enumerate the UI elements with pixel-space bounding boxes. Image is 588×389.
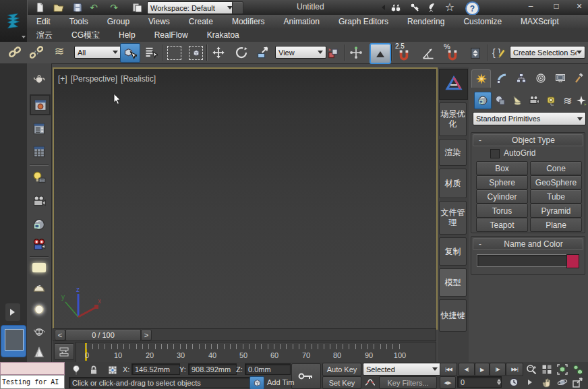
tab-file-manage[interactable]: 文件管理 — [439, 201, 467, 235]
new-scene-button[interactable] — [32, 1, 47, 13]
y-coordinate-field[interactable]: 908.392mm — [188, 363, 237, 375]
orbit-viewport-icon[interactable] — [556, 376, 569, 388]
category-helpers-button[interactable] — [543, 93, 558, 108]
menu-cgmobao[interactable]: CG模宝 — [62, 30, 109, 41]
category-cameras-button[interactable] — [527, 93, 541, 108]
tab-scene-optimize[interactable]: 场景优化 — [439, 102, 467, 136]
bind-to-space-warp-button[interactable]: ≋ — [51, 43, 67, 59]
tab-motion[interactable] — [531, 69, 550, 87]
selected-set-dropdown[interactable]: Selected — [363, 363, 441, 376]
maxscript-listener-script-line[interactable]: Testing for AI — [0, 375, 65, 389]
unlink-selection-button[interactable] — [28, 44, 45, 61]
object-category-dropdown[interactable]: Standard Primitives — [473, 112, 586, 125]
key-filters-button[interactable]: Key Filters... — [379, 376, 437, 389]
tab-create[interactable] — [471, 69, 491, 88]
tab-copy[interactable]: 复制 — [439, 237, 467, 266]
category-space-warps-button[interactable]: ≋ — [560, 93, 575, 108]
tab-hierarchy[interactable] — [512, 69, 530, 87]
select-and-rotate-button[interactable] — [233, 44, 249, 61]
zoom-all-icon[interactable] — [540, 363, 554, 376]
batch-render-button[interactable] — [32, 144, 47, 159]
spinner-snap-toggle-button[interactable] — [467, 44, 484, 62]
minimize-button[interactable]: – — [521, 0, 541, 12]
absolute-mode-transform-icon[interactable] — [107, 364, 119, 376]
button-cone[interactable]: Cone — [530, 161, 582, 175]
key-mode-toggle-button[interactable]: ◀▶ — [440, 376, 456, 389]
light-lister-button[interactable] — [32, 170, 47, 185]
category-geometry-button[interactable] — [474, 92, 492, 109]
sign-in-key-icon[interactable] — [407, 1, 422, 13]
perspective-viewport[interactable]: [+] [Perspective] [Realistic] z y x — [53, 67, 438, 330]
window-crossing-toggle-button[interactable] — [189, 46, 203, 60]
button-geosphere[interactable]: GeoSphere — [530, 175, 582, 189]
layout-flyout-arrow-button[interactable] — [5, 303, 20, 321]
communication-center-icon[interactable] — [425, 1, 440, 13]
select-and-move-button[interactable] — [210, 44, 227, 61]
menu-tools[interactable]: Tools — [60, 17, 98, 26]
tab-shortcuts[interactable]: 快捷键 — [439, 299, 467, 332]
environment-sphere-button[interactable] — [32, 217, 47, 232]
workspace-dropdown[interactable]: Workspace: Default — [147, 1, 236, 14]
set-key-button[interactable]: Set Key — [322, 376, 361, 389]
toolbar-options-button[interactable] — [232, 1, 243, 14]
menu-help[interactable]: Help — [109, 30, 145, 40]
edit-named-selection-sets-button[interactable] — [491, 44, 507, 61]
play-animation-button[interactable]: ▶ — [475, 363, 490, 376]
button-torus[interactable]: Torus — [476, 204, 528, 218]
tab-utilities[interactable] — [570, 69, 588, 87]
infocenter-collapse-icon[interactable] — [379, 4, 384, 11]
category-lights-button[interactable] — [510, 93, 525, 108]
maximize-viewport-toggle-icon[interactable] — [571, 376, 585, 388]
viewport-pov-menu[interactable]: [Perspective] — [71, 74, 117, 84]
category-shapes-button[interactable] — [493, 93, 508, 108]
time-slider-handle[interactable]: 0 / 100 — [65, 329, 141, 341]
rectangular-selection-region-button[interactable] — [167, 46, 181, 60]
named-selection-sets-dropdown[interactable]: Create Selection Se — [510, 46, 585, 59]
button-plane[interactable]: Plane — [530, 218, 582, 232]
button-cylinder[interactable]: Cylinder — [476, 189, 528, 204]
render-setup-button[interactable] — [30, 94, 51, 115]
menu-xuanyun[interactable]: 渲云 — [27, 30, 62, 41]
goto-start-button[interactable]: |◀◀ — [440, 363, 457, 376]
undo-button[interactable]: ↶ — [88, 1, 100, 13]
menu-realflow[interactable]: RealFlow — [145, 30, 198, 40]
sphere-light-button[interactable] — [32, 302, 47, 317]
stereo-camera-button[interactable] — [32, 237, 47, 252]
up-arrow-icon[interactable] — [497, 377, 501, 382]
select-object-button[interactable] — [120, 43, 140, 63]
maximize-button[interactable]: □ — [546, 0, 566, 12]
time-configuration-icon[interactable] — [507, 376, 521, 388]
select-and-scale-button[interactable] — [255, 44, 271, 61]
button-box[interactable]: Box — [476, 161, 528, 175]
auto-key-button[interactable]: Auto Key — [322, 363, 361, 376]
menu-edit[interactable]: Edit — [27, 17, 60, 26]
rendered-frame-window-button[interactable] — [32, 121, 47, 136]
pan-view-hand-icon[interactable] — [540, 376, 554, 388]
reference-coordinate-system-dropdown[interactable]: View — [275, 46, 326, 59]
help-icon[interactable]: ? — [465, 1, 479, 16]
zoom-region-flyout-icon[interactable] — [525, 376, 538, 388]
search-icon[interactable] — [388, 1, 403, 13]
previous-frame-button[interactable]: ◀| — [459, 363, 475, 376]
set-keys-button[interactable] — [291, 363, 321, 389]
favorites-star-icon[interactable]: ☆ — [442, 0, 457, 13]
keyboard-shortcut-override-toggle[interactable] — [370, 43, 391, 64]
select-by-name-button[interactable] — [143, 44, 159, 61]
render-production-teapot-button[interactable] — [32, 71, 47, 86]
frame-previous-button[interactable]: < — [55, 330, 65, 340]
x-coordinate-field[interactable]: 146.52mm — [131, 363, 180, 375]
zoom-tool-icon[interactable] — [525, 363, 538, 376]
button-sphere[interactable]: Sphere — [476, 175, 528, 189]
plugin-logo-icon[interactable] — [439, 69, 468, 100]
select-and-manipulate-button[interactable] — [348, 44, 364, 61]
viewport-shading-menu[interactable]: [Realistic] — [121, 74, 156, 84]
angle-snap-toggle-button[interactable] — [419, 44, 437, 62]
tab-display[interactable] — [551, 69, 569, 87]
spotlight-cone-button[interactable] — [32, 345, 47, 360]
percent-snap-toggle-button[interactable]: % — [444, 44, 461, 62]
add-time-tag-label[interactable]: Add Tim — [267, 378, 294, 386]
adaptive-degradation-cube-toggle[interactable] — [249, 376, 264, 389]
viewport-general-menu[interactable]: [+] — [58, 74, 67, 84]
default-tangents-curve-icon[interactable] — [363, 376, 378, 388]
menu-animation[interactable]: Animation — [274, 17, 329, 26]
